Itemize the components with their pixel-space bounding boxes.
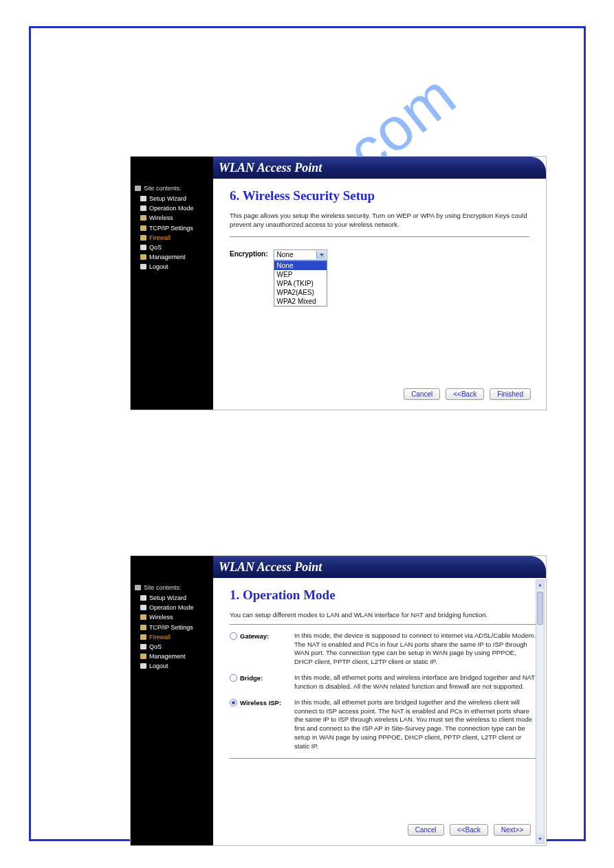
sidebar-item-management[interactable]: Management <box>140 252 209 262</box>
folder-icon <box>140 235 146 241</box>
screenshot-operation-mode: WLAN Access Point Site contents: Setup W… <box>130 555 547 846</box>
title-bar: WLAN Access Point <box>131 556 546 578</box>
cancel-button[interactable]: Cancel <box>408 824 444 836</box>
sidebar-item-logout[interactable]: Logout <box>140 661 209 671</box>
scroll-up-icon[interactable]: ▲ <box>536 580 544 589</box>
sidebar-header: Site contents: <box>135 184 209 192</box>
mode-bridge-row: Bridge: In this mode, all ethernet ports… <box>230 674 536 691</box>
page-icon <box>140 245 146 250</box>
sidebar-item-firewall[interactable]: Firewall <box>140 632 209 642</box>
sidebar-item-operation-mode[interactable]: Operation Mode <box>140 203 209 213</box>
encryption-field: Encryption: None None WEP WPA (TKIP) WPA… <box>230 249 529 260</box>
sidebar-item-management[interactable]: Management <box>140 652 209 661</box>
mode-wireless-isp-label: Wireless ISP: <box>240 699 281 706</box>
screenshot-security-setup: WLAN Access Point Site contents: Setup W… <box>130 156 547 410</box>
folder-icon <box>140 614 146 620</box>
sidebar-item-logout[interactable]: Logout <box>140 262 209 271</box>
home-icon <box>135 585 141 590</box>
folder-icon <box>140 215 146 221</box>
mode-bridge-label: Bridge: <box>240 674 263 682</box>
option-wpa-tkip[interactable]: WPA (TKIP) <box>274 279 327 288</box>
radio-bridge[interactable] <box>230 674 237 682</box>
page-title: 6. Wireless Security Setup <box>230 188 529 203</box>
button-row: Cancel <<Back Finished <box>404 388 531 400</box>
sidebar-item-qos[interactable]: QoS <box>140 642 209 652</box>
main-content: 6. Wireless Security Setup This page all… <box>213 179 546 410</box>
title-bar: WLAN Access Point <box>131 157 546 179</box>
sidebar-item-tcpip[interactable]: TCP/IP Settings <box>140 223 209 233</box>
option-wpa2-mixed[interactable]: WPA2 Mixed <box>274 297 327 306</box>
option-wep[interactable]: WEP <box>274 270 327 279</box>
option-wpa2-aes[interactable]: WPA2(AES) <box>274 288 327 297</box>
button-row: Cancel <<Back Next>> <box>408 824 531 836</box>
home-icon <box>135 186 141 191</box>
mode-wireless-isp-desc: In this mode, all ethernet ports are bri… <box>294 698 536 751</box>
page-icon <box>140 205 146 211</box>
scroll-thumb[interactable] <box>537 592 543 625</box>
page-icon <box>140 196 146 201</box>
sidebar-item-tcpip[interactable]: TCP/IP Settings <box>140 623 209 632</box>
page-icon <box>140 644 146 649</box>
back-button[interactable]: <<Back <box>450 824 488 836</box>
page-icon <box>140 605 146 610</box>
page-title: 1. Operation Mode <box>230 588 536 603</box>
sidebar-item-firewall[interactable]: Firewall <box>140 233 209 243</box>
page-icon <box>140 663 146 669</box>
folder-icon <box>140 654 146 659</box>
sidebar-header: Site contents: <box>135 583 209 592</box>
sidebar-item-setup-wizard[interactable]: Setup Wizard <box>140 194 209 203</box>
radio-gateway[interactable] <box>230 632 237 640</box>
mode-wireless-isp-row: Wireless ISP: In this mode, all ethernet… <box>230 698 536 751</box>
folder-icon <box>140 225 146 231</box>
divider <box>230 236 529 237</box>
next-button[interactable]: Next>> <box>494 824 531 836</box>
back-button[interactable]: <<Back <box>446 388 484 400</box>
divider <box>230 758 536 759</box>
option-none[interactable]: None <box>274 261 327 270</box>
page-icon <box>140 264 146 269</box>
sidebar: Site contents: Setup Wizard Operation Mo… <box>131 179 213 410</box>
mode-gateway-desc: In this mode, the device is supposed to … <box>294 632 536 667</box>
folder-icon <box>140 634 146 640</box>
sidebar-item-qos[interactable]: QoS <box>140 243 209 252</box>
encryption-select[interactable]: None <box>274 249 327 260</box>
encryption-label: Encryption: <box>230 249 268 258</box>
divider <box>230 624 536 625</box>
folder-icon <box>140 254 146 260</box>
scroll-down-icon[interactable]: ▼ <box>536 834 544 843</box>
page-description: You can setup different modes to LAN and… <box>230 611 536 620</box>
sidebar-list: Setup Wizard Operation Mode Wireless TCP… <box>135 194 209 271</box>
scrollbar[interactable]: ▲ ▼ <box>536 579 545 844</box>
finished-button[interactable]: Finished <box>490 388 531 400</box>
radio-wireless-isp[interactable] <box>230 699 237 706</box>
cancel-button[interactable]: Cancel <box>404 388 440 400</box>
sidebar-item-setup-wizard[interactable]: Setup Wizard <box>140 593 209 603</box>
mode-gateway-label: Gateway: <box>240 632 269 640</box>
page-frame: ualshive.com WLAN Access Point Site cont… <box>29 26 586 841</box>
page-icon <box>140 595 146 601</box>
page-description: This page allows you setup the wireless … <box>230 212 529 230</box>
mode-gateway-row: Gateway: In this mode, the device is sup… <box>230 632 536 667</box>
sidebar-list: Setup Wizard Operation Mode Wireless TCP… <box>135 593 209 671</box>
main-content: 1. Operation Mode You can setup differen… <box>213 578 546 845</box>
sidebar-item-operation-mode[interactable]: Operation Mode <box>140 603 209 612</box>
sidebar-item-wireless[interactable]: Wireless <box>140 612 209 622</box>
mode-bridge-desc: In this mode, all ethernet ports and wir… <box>294 674 536 691</box>
encryption-options-list: None WEP WPA (TKIP) WPA2(AES) WPA2 Mixed <box>274 260 327 307</box>
sidebar: Site contents: Setup Wizard Operation Mo… <box>131 578 213 845</box>
folder-icon <box>140 625 146 630</box>
sidebar-item-wireless[interactable]: Wireless <box>140 213 209 223</box>
